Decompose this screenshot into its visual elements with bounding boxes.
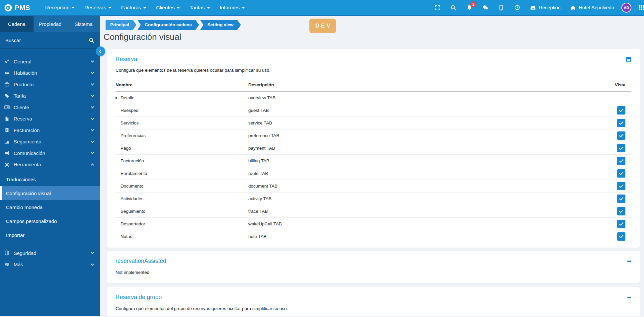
row-name: Servicios	[121, 120, 139, 125]
sidebar-subitem-traducciones[interactable]: Traducciones	[0, 172, 100, 186]
sidebar-item-producto[interactable]: Producto	[0, 79, 100, 90]
table-row-huesped[interactable]: Huéspedguest TAB	[116, 104, 631, 117]
sidebar-item-seguimiento[interactable]: Seguimiento	[0, 136, 100, 148]
property-selector[interactable]: Hotel Sepulveda	[565, 0, 619, 15]
workspace-selector[interactable]: Reception	[525, 0, 565, 15]
navbar-right: 2 Reception Hotel Sepul	[430, 0, 644, 15]
sidebar-item-cliente[interactable]: Cliente	[0, 102, 100, 113]
row-description: document TAB	[248, 184, 578, 189]
table-row-actividades[interactable]: Actividadesactivity TAB	[116, 193, 631, 205]
sidebar-tab-sistema[interactable]: Sistema	[67, 16, 100, 32]
sidebar-subitem-importar[interactable]: Importar	[0, 228, 100, 242]
search-button[interactable]	[445, 0, 461, 15]
vista-checkbox[interactable]	[617, 220, 625, 228]
sidebar-subitem-cambio-moneda[interactable]: Cambio moneda	[0, 200, 100, 214]
row-vista-cell	[578, 106, 631, 115]
messages-button[interactable]	[477, 0, 493, 15]
card-title-reserva[interactable]: Reserva	[116, 56, 137, 63]
breadcrumb-item-principal[interactable]: Principal	[106, 20, 136, 30]
nav-menu-label: Informes	[220, 5, 240, 11]
vista-checkbox[interactable]	[617, 182, 625, 190]
tools-icon	[3, 162, 11, 167]
fullscreen-button[interactable]	[430, 0, 445, 15]
sidebar-tab-cadena[interactable]: Cadena	[0, 16, 34, 32]
nav-menu-recepcion[interactable]: Recepción	[40, 0, 79, 15]
nav-menu-informes[interactable]: Informes	[215, 0, 250, 15]
brand-name: PMS	[15, 4, 30, 12]
vista-checkbox[interactable]	[617, 157, 625, 165]
row-vista-cell	[578, 207, 631, 215]
row-name: Actividades	[121, 196, 143, 201]
card-title-reserva-de-grupo[interactable]: Reserva de grupo	[116, 294, 162, 301]
search-icon[interactable]	[89, 38, 94, 43]
vista-checkbox[interactable]	[617, 207, 625, 215]
main-content: PrincipalConfiguración cadenaSetting vie…	[100, 16, 644, 316]
sidebar-item-tarifa[interactable]: Tarifa	[0, 90, 100, 102]
nav-menu-tarifas[interactable]: Tarifas	[185, 0, 215, 15]
row-vista-cell	[578, 169, 631, 178]
sidebar-item-mas[interactable]: Más	[0, 259, 100, 271]
apps-button[interactable]	[635, 0, 644, 15]
table-row-facturacion[interactable]: Facturaciónbilling TAB	[116, 155, 631, 167]
table-row-seguimiento[interactable]: Seguimientotrace TAB	[116, 205, 631, 218]
notifications-button[interactable]: 2	[461, 0, 477, 15]
sidebar-item-general[interactable]: General	[0, 56, 100, 67]
row-description: trace TAB	[248, 209, 578, 214]
app-logo[interactable]: PMS	[0, 4, 35, 12]
sidebar-item-label: Reserva	[14, 116, 32, 121]
vista-checkbox[interactable]	[617, 144, 625, 152]
id-card-icon	[3, 105, 11, 110]
user-avatar[interactable]: AD	[621, 3, 631, 13]
table-row-despertador[interactable]: DespertadorwakeUpCall TAB	[116, 218, 631, 230]
row-name: Documento	[121, 184, 143, 189]
sidebar-subitem-campos-personalizado[interactable]: Campos personalizado	[0, 214, 100, 228]
table-row-preferencias[interactable]: Preferenciaspreference TAB	[116, 129, 631, 142]
sidebar-item-label: Comunicación	[14, 150, 45, 156]
grid-icon	[639, 5, 644, 11]
nav-menu-reservas[interactable]: Reservas	[79, 0, 116, 15]
sidebar-item-seguridad[interactable]: Seguridad	[0, 247, 100, 259]
expand-caret-icon[interactable]	[116, 97, 118, 99]
table-row-pago[interactable]: Pagopayment TAB	[116, 142, 631, 155]
vista-checkbox[interactable]	[617, 232, 625, 241]
collapse-minus-icon[interactable]	[627, 297, 631, 298]
caret-down-icon	[143, 7, 146, 9]
breadcrumb-item-configuracion-cadena[interactable]: Configuración cadena	[137, 20, 199, 30]
sidebar-item-comunicacion[interactable]: Comunicación	[0, 147, 100, 159]
history-button[interactable]	[509, 0, 525, 15]
workspace-label: Reception	[539, 5, 560, 10]
sidebar-item-reserva[interactable]: Reserva	[0, 113, 100, 125]
table-header: Nombre Descripción Vista	[116, 80, 631, 92]
window-minimize-icon[interactable]	[626, 57, 631, 62]
sidebar-subitem-configuracion-visual[interactable]: Configuración visual	[0, 186, 100, 200]
row-name-cell: Actividades	[116, 196, 248, 201]
table-row-documento[interactable]: Documentodocument TAB	[116, 180, 631, 193]
sidebar-item-facturacion[interactable]: Facturación	[0, 124, 100, 136]
history-icon	[514, 5, 520, 11]
table-row-enrutamiento[interactable]: Enrutamientoroute TAB	[116, 167, 631, 180]
vista-checkbox[interactable]	[617, 106, 625, 115]
row-description: preference TAB	[248, 133, 578, 138]
nav-menu-clientes[interactable]: Clientes	[151, 0, 185, 15]
table-row-detalle[interactable]: Detalleoverview TAB	[116, 92, 631, 104]
collapse-minus-icon[interactable]	[627, 261, 631, 262]
vista-checkbox[interactable]	[617, 119, 625, 127]
home-icon	[570, 5, 576, 11]
sidebar-search-input[interactable]: Buscar	[0, 32, 100, 48]
sidebar-item-habitacion[interactable]: Habitación	[0, 67, 100, 79]
row-description: note TAB	[248, 234, 578, 239]
vista-checkbox[interactable]	[617, 169, 625, 178]
card-title-reservation-assisted[interactable]: reservationAssisted	[116, 258, 166, 265]
sidebar-collapse-button[interactable]	[96, 46, 105, 56]
sidebar-tab-propiedad[interactable]: Propiedad	[34, 16, 67, 32]
breadcrumb-item-setting-view[interactable]: Setting view	[200, 20, 241, 30]
nav-menu-facturas[interactable]: Facturas	[116, 0, 151, 15]
mobile-button[interactable]	[493, 0, 509, 15]
table-row-notas[interactable]: Notasnote TAB	[116, 230, 631, 243]
sidebar-item-herramienta[interactable]: Herramienta	[0, 159, 100, 171]
vista-checkbox[interactable]	[617, 131, 625, 140]
vista-checkbox[interactable]	[617, 195, 625, 203]
row-vista-cell	[578, 144, 631, 152]
sidebar-item-label: Facturación	[14, 127, 40, 133]
table-row-servicios[interactable]: Serviciosservice TAB	[116, 117, 631, 129]
